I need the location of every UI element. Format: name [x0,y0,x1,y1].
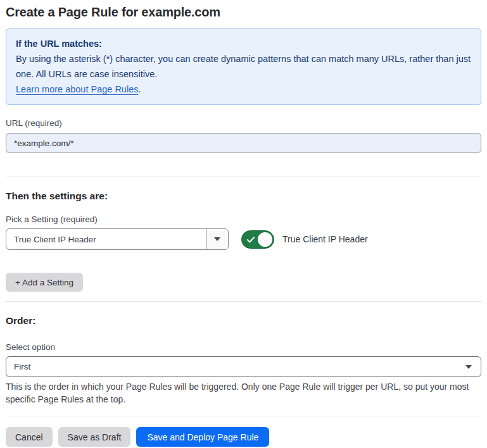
url-field-label: URL (required) [6,118,481,128]
learn-more-link[interactable]: Learn more about Page Rules [16,84,138,94]
url-match-info-box: If the URL matches: By using the asteris… [6,28,481,105]
true-client-ip-toggle[interactable] [241,230,274,249]
divider [6,177,481,177]
setting-row: True Client IP Header True Client IP Hea… [6,228,481,250]
chevron-down-icon [465,365,472,369]
setting-select[interactable]: True Client IP Header [6,228,229,250]
page-rule-form: Create a Page Rule for example.com If th… [0,0,487,447]
toggle-label: True Client IP Header [282,234,368,244]
divider [6,416,481,416]
setting-select-arrow-button[interactable] [206,229,228,249]
pick-setting-label: Pick a Setting (required) [6,215,481,224]
divider [6,301,481,302]
chevron-down-icon [214,237,220,241]
order-select-value: First [6,362,38,371]
info-box-link-row: Learn more about Page Rules. [16,82,471,97]
settings-section-heading: Then the settings are: [6,190,481,202]
add-setting-button[interactable]: + Add a Setting [6,273,83,292]
page-title: Create a Page Rule for example.com [6,5,481,20]
order-select-label: Select option [6,342,481,352]
url-input[interactable] [6,133,481,153]
setting-select-value: True Client IP Header [6,235,104,244]
footer-actions: Cancel Save as Draft Save and Deploy Pag… [6,427,481,447]
toggle-knob [258,232,272,247]
order-select[interactable]: First [6,356,481,377]
info-box-body: By using the asterisk (*) character, you… [16,51,471,82]
order-section-heading: Order: [6,315,481,327]
save-draft-button[interactable]: Save as Draft [58,427,131,447]
save-deploy-button[interactable]: Save and Deploy Page Rule [136,427,269,447]
check-icon [247,237,255,243]
link-suffix: . [138,84,141,94]
cancel-button[interactable]: Cancel [6,427,53,447]
info-box-heading: If the URL matches: [16,36,471,51]
order-help-text: This is the order in which your Page Rul… [6,380,481,406]
